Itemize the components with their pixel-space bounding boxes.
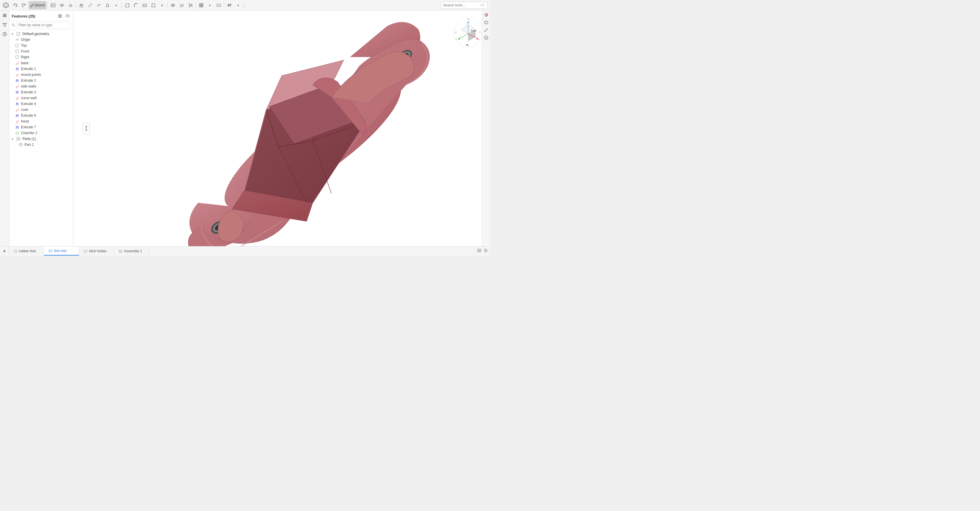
tab-tool-rest[interactable]: tool rest [44, 247, 79, 256]
material-tool-btn[interactable] [483, 19, 489, 25]
view-button[interactable] [197, 1, 205, 10]
main-toolbar: Sketch [0, 0, 490, 11]
svg-text:(X): (X) [180, 3, 184, 8]
tab-label-stick-holder: stick holder [89, 249, 107, 253]
tree-item-extrude4[interactable]: Extrude 4 [10, 101, 73, 107]
appearance-style-button[interactable]: ST [226, 1, 234, 10]
tree-item-front[interactable]: Front [10, 48, 73, 54]
boolean-button[interactable] [169, 1, 177, 10]
draft-button[interactable] [150, 1, 158, 10]
history-icon-btn[interactable] [1, 30, 8, 38]
svg-rect-53 [16, 127, 18, 128]
cowl-label: cowl [21, 108, 28, 112]
plane-button[interactable] [67, 1, 75, 10]
svg-rect-20 [199, 3, 201, 5]
feature-panel-layout-btn[interactable] [57, 13, 63, 19]
svg-rect-32 [58, 16, 62, 16]
tab-stick-holder[interactable]: stick holder [79, 247, 114, 256]
tree-item-extrude7[interactable]: Extrude 7 [10, 124, 73, 130]
right-label: Right [21, 55, 29, 59]
tree-item-right[interactable]: Right [10, 54, 73, 60]
add-tab-button[interactable] [0, 247, 9, 256]
view-dropdown[interactable] [206, 1, 214, 10]
svg-point-34 [12, 24, 14, 26]
tree-item-extrude3[interactable]: Extrude 3 [10, 89, 73, 95]
extrude-button[interactable] [77, 1, 86, 10]
svg-text:E: E [479, 31, 481, 34]
main-layout: Features (25) ▾ Default geometry [0, 11, 490, 246]
svg-text:Y: Y [469, 20, 470, 22]
app-logo[interactable] [2, 2, 10, 9]
tree-item-cowl[interactable]: cowl [10, 107, 73, 113]
tree-item-part1[interactable]: Part 1 [10, 142, 73, 148]
shell-button[interactable] [141, 1, 149, 10]
tree-item-chamfer1[interactable]: Chamfer 1 [10, 130, 73, 136]
mount-points-label: mount points [21, 73, 41, 77]
outline-panel-button[interactable] [83, 123, 90, 134]
feature-panel-refresh-btn[interactable] [64, 13, 71, 19]
extrude4-label: Extrude 4 [21, 102, 36, 106]
feature-dropdown[interactable] [158, 1, 166, 10]
tree-item-extrude2[interactable]: Extrude 2 [10, 78, 73, 83]
bottom-icon-2[interactable] [484, 248, 488, 253]
tree-item-origin[interactable]: Origin [10, 37, 73, 43]
sketch-icon-base [15, 61, 19, 65]
parts-header[interactable]: ▾ Parts (1) [10, 136, 73, 142]
sketch-label: Sketch [34, 3, 45, 7]
sketch-button[interactable]: Sketch [29, 1, 46, 10]
chevron-down-icon-4 [237, 3, 239, 7]
sweep-button[interactable] [95, 1, 103, 10]
svg-marker-59 [19, 143, 22, 144]
bottom-icon-1[interactable] [477, 248, 481, 253]
appearance-tool-btn[interactable] [483, 12, 489, 18]
filter-icon-btn[interactable] [1, 21, 8, 29]
tree-item-mount-points[interactable]: mount points [10, 72, 73, 78]
properties-tool-btn[interactable]: i [483, 34, 489, 41]
feature-filter-input[interactable] [16, 22, 71, 28]
sketch-icon-cowl [15, 108, 19, 112]
3d-sketch-button[interactable] [58, 1, 66, 10]
tab-rubber-feet[interactable]: rubber feet [9, 247, 44, 256]
front-label: Front [21, 49, 29, 53]
search-input[interactable] [443, 3, 478, 7]
sidebar-icons [0, 11, 10, 246]
fillet-button[interactable] [132, 1, 140, 10]
revolve-button[interactable] [86, 1, 94, 10]
tree-item-curve-wall[interactable]: curve wall [10, 95, 73, 101]
bottom-tabs: rubber feet tool rest stick holder Assem… [0, 246, 490, 256]
style-dropdown[interactable] [234, 1, 242, 10]
svg-rect-7 [80, 5, 83, 7]
chamfer-button[interactable] [123, 1, 131, 10]
sep-1 [48, 2, 48, 8]
variable-button[interactable]: (X) [178, 1, 186, 10]
default-geometry-header[interactable]: ▾ Default geometry [10, 31, 73, 37]
tree-item-extrude6[interactable]: Extrude 6 [10, 113, 73, 118]
view-cube[interactable]: N E S W Front Y X [452, 16, 484, 48]
extrude-icon-3 [15, 90, 19, 94]
svg-text:Front: Front [471, 30, 477, 32]
measure-tool-btn[interactable] [483, 27, 489, 33]
tree-item-extrude1[interactable]: Extrude 1 [10, 66, 73, 72]
tree-item-top[interactable]: Top [10, 43, 73, 48]
image-import-button[interactable] [49, 1, 57, 10]
extrude-dropdown[interactable] [112, 1, 121, 10]
svg-rect-13 [143, 5, 146, 6]
extrude-icon-7 [15, 125, 19, 129]
svg-rect-100 [119, 250, 122, 252]
svg-rect-47 [16, 92, 18, 93]
features-icon-btn[interactable] [1, 12, 8, 19]
redo-button[interactable] [20, 1, 28, 10]
viewport[interactable]: N E S W Front Y X [73, 11, 490, 246]
svg-marker-89 [485, 22, 487, 23]
undo-button[interactable] [11, 1, 19, 10]
extrude-icon-2 [15, 78, 19, 83]
sketch-icon-curvewall [15, 96, 19, 100]
tree-item-base[interactable]: base [10, 60, 73, 66]
tab-assembly1[interactable]: Assembly 1 [114, 247, 149, 256]
loft-button[interactable] [103, 1, 112, 10]
section-view-button[interactable] [215, 1, 223, 10]
simulation-button[interactable] [186, 1, 194, 10]
tree-item-hood[interactable]: hood [10, 118, 73, 124]
tool-search: ⌥C [441, 2, 488, 9]
tree-item-side-walls[interactable]: side walls [10, 83, 73, 89]
